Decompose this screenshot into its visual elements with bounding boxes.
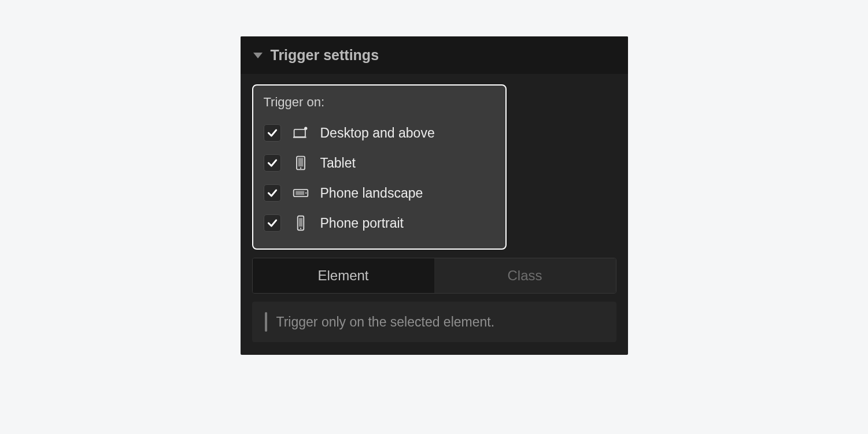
check-icon: [267, 157, 278, 169]
trigger-option-label: Phone landscape: [320, 186, 423, 201]
help-accent-bar: [265, 312, 267, 332]
trigger-option-tablet: Tablet: [264, 148, 495, 178]
desktop-icon: [291, 124, 310, 142]
tab-class[interactable]: Class: [434, 258, 616, 293]
svg-point-8: [305, 192, 306, 194]
phone-landscape-icon: [291, 184, 310, 202]
check-icon: [267, 187, 278, 199]
trigger-option-phone-landscape: Phone landscape: [264, 178, 495, 208]
checkbox-tablet[interactable]: [264, 154, 281, 172]
svg-rect-1: [293, 136, 306, 138]
svg-point-5: [300, 168, 301, 169]
checkbox-phone-portrait[interactable]: [264, 214, 281, 232]
svg-rect-10: [298, 218, 302, 227]
check-icon: [267, 127, 278, 139]
svg-rect-7: [296, 191, 304, 195]
trigger-on-label: Trigger on:: [264, 95, 495, 110]
collapse-caret-icon: [253, 53, 263, 58]
panel-title: Trigger settings: [271, 47, 379, 64]
svg-rect-0: [294, 129, 305, 137]
check-icon: [267, 217, 278, 229]
checkbox-phone-landscape[interactable]: [264, 184, 281, 202]
panel-body: Trigger on: Desktop and above: [241, 74, 628, 355]
tablet-icon: [291, 154, 310, 172]
trigger-option-label: Phone portrait: [320, 216, 404, 231]
trigger-on-box: Trigger on: Desktop and above: [252, 84, 507, 250]
svg-point-2: [304, 127, 307, 130]
tab-element[interactable]: Element: [253, 258, 434, 293]
trigger-option-desktop: Desktop and above: [264, 118, 495, 148]
help-box: Trigger only on the selected element.: [252, 302, 616, 342]
target-tabs: Element Class: [252, 258, 616, 294]
help-text: Trigger only on the selected element.: [276, 314, 495, 330]
trigger-option-label: Desktop and above: [320, 125, 435, 141]
trigger-settings-panel: Trigger settings Trigger on: Desktop and…: [241, 36, 628, 355]
phone-portrait-icon: [291, 214, 310, 232]
checkbox-desktop[interactable]: [264, 124, 281, 142]
svg-point-11: [300, 228, 301, 229]
trigger-option-phone-portrait: Phone portrait: [264, 208, 495, 238]
svg-rect-4: [298, 158, 303, 166]
panel-header[interactable]: Trigger settings: [241, 36, 628, 74]
trigger-option-label: Tablet: [320, 155, 356, 171]
